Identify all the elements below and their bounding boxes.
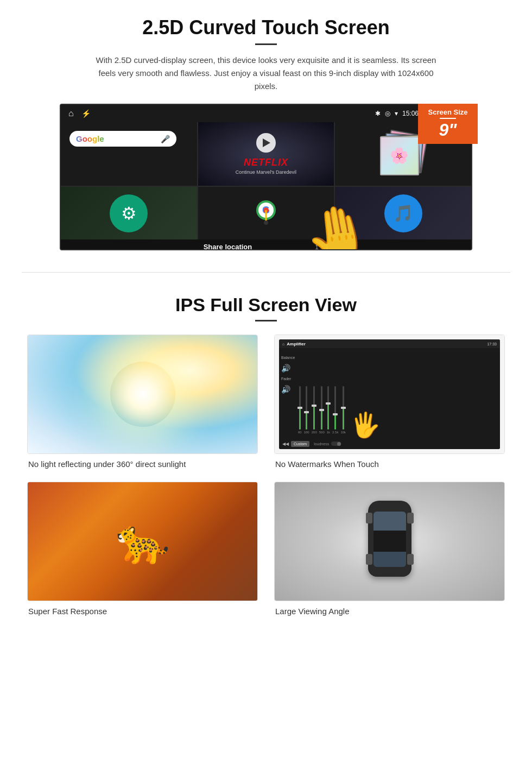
- section-divider: [22, 272, 510, 273]
- feature-image-cheetah: 🐆: [27, 482, 258, 601]
- amp-freq-1: 60: [298, 431, 302, 434]
- title-divider: [255, 43, 277, 45]
- amp-time: 17:33: [487, 342, 497, 346]
- netflix-play-button[interactable]: [256, 133, 276, 153]
- google-mic-icon[interactable]: 🎤: [161, 135, 170, 143]
- amp-screen: ⌂ Amplifier 17:33 Balance 🔊 Fader 🔊: [279, 339, 500, 449]
- amp-loudness-label: loudness: [314, 442, 329, 446]
- android-screen: ⌂ ⚡ ✱ ◎ ▾ 15:06 📷 🔊 ✕ ▭: [60, 104, 472, 250]
- feature-grid: No light reflecting under 360° direct su…: [27, 335, 505, 616]
- section-ips: IPS Full Screen View No light reflecting…: [0, 283, 532, 632]
- amp-label-speaker2: 🔊: [281, 385, 296, 394]
- app-cell-sound[interactable]: 🎵 Sound Search 1 × 1: [335, 187, 471, 239]
- badge-title: Screen Size: [421, 108, 474, 116]
- app-cell-share[interactable]: G 🤚 Share location 1 × 1: [198, 187, 334, 239]
- amp-slider-1: 60: [298, 386, 302, 434]
- app-cell-settings[interactable]: ⚙ Settings shortcut 1 × 1: [61, 187, 197, 239]
- app-grid: Google 🎤 Google 3 × 1: [61, 122, 471, 239]
- bluetooth-icon: ✱: [375, 110, 381, 117]
- cheetah-visual: 🐆: [28, 482, 257, 601]
- svg-point-5: [264, 220, 268, 225]
- amp-back-icon: ◀◀: [282, 441, 289, 446]
- amp-labels: Balance 🔊 Fader 🔊: [281, 350, 296, 436]
- amp-slider-3: 200: [312, 386, 317, 434]
- section-touch-title: 2.5D Curved Touch Screen: [33, 16, 499, 39]
- screen-size-badge: Screen Size 9": [418, 104, 478, 144]
- amp-slider-5: 1k: [327, 386, 330, 434]
- badge-divider: [440, 118, 456, 119]
- sound-icon: 🎵: [384, 194, 422, 232]
- amp-freq-7: 10k: [340, 431, 346, 434]
- photo-card-main: 🌸: [380, 136, 419, 175]
- feature-car: Large Viewing Angle: [274, 482, 505, 616]
- amplifier-label: No Watermarks When Touch: [274, 459, 505, 469]
- google-logo: Google: [76, 134, 104, 143]
- time-display: 15:06: [402, 110, 419, 117]
- amp-hand: 🖐: [350, 411, 381, 439]
- settings-cell-content: ⚙: [61, 187, 197, 239]
- amp-label-speaker: 🔊: [281, 364, 296, 373]
- car-label: Large Viewing Angle: [274, 607, 505, 616]
- section-ips-title: IPS Full Screen View: [27, 294, 505, 316]
- amp-loudness-toggle[interactable]: [331, 441, 341, 446]
- amp-custom-btn[interactable]: Custom: [291, 441, 309, 447]
- share-app-size: 1 × 1: [315, 244, 329, 250]
- amp-freq-5: 1k: [327, 431, 330, 434]
- netflix-figure: [198, 122, 334, 186]
- feature-amplifier: ⌂ Amplifier 17:33 Balance 🔊 Fader 🔊: [274, 335, 505, 469]
- netflix-logo: NETFLIX: [244, 157, 288, 168]
- cheetah-label: Super Fast Response: [27, 607, 258, 616]
- netflix-cell-content: NETFLIX Continue Marvel's Daredevil: [198, 122, 334, 186]
- cheetah-emoji: 🐆: [116, 516, 170, 567]
- wifi-icon: ▾: [395, 110, 398, 117]
- car-wheel-front-right: [407, 513, 414, 523]
- amp-freq-6: 2.5k: [332, 431, 338, 434]
- amp-statusbar: ⌂ Amplifier 17:33: [279, 339, 500, 348]
- amp-label-balance: Balance: [281, 356, 296, 359]
- amp-slider-2: 100: [304, 386, 309, 434]
- status-bar-left: ⌂ ⚡: [68, 109, 91, 118]
- amp-home-icon: ⌂: [282, 342, 284, 346]
- sound-cell-content: 🎵: [335, 187, 471, 239]
- sun-glow: [110, 362, 175, 427]
- car-topview: [365, 501, 414, 582]
- car-wheel-rear-left: [366, 554, 372, 565]
- netflix-subtitle: Continue Marvel's Daredevil: [236, 169, 296, 175]
- share-cell-content: G 🤚: [198, 187, 334, 239]
- device-wrapper: Screen Size 9" ⌂ ⚡ ✱ ◎ ▾ 15:06 📷: [60, 104, 472, 250]
- device-container: Screen Size 9" ⌂ ⚡ ✱ ◎ ▾ 15:06 📷: [33, 104, 499, 250]
- amp-footer: ◀◀ Custom loudness: [279, 438, 500, 449]
- google-search-bar[interactable]: Google 🎤: [69, 131, 176, 147]
- location-icon: ◎: [385, 110, 390, 117]
- amp-freq-3: 200: [312, 431, 317, 434]
- app-cell-google[interactable]: Google 🎤 Google 3 × 1: [61, 122, 197, 186]
- amplifier-visual: ⌂ Amplifier 17:33 Balance 🔊 Fader 🔊: [275, 335, 504, 453]
- feature-image-sunlight: [27, 335, 258, 454]
- amp-freq-4: 500: [319, 431, 325, 434]
- home-icon[interactable]: ⌂: [68, 109, 74, 118]
- car-wheel-rear-right: [407, 554, 414, 565]
- amp-slider-6: 2.5k: [332, 386, 338, 434]
- feature-cheetah: 🐆 Super Fast Response: [27, 482, 258, 616]
- settings-icon: ⚙: [110, 194, 148, 232]
- badge-size: 9": [439, 120, 457, 140]
- car-wheel-front-left: [366, 513, 372, 523]
- ips-title-divider: [255, 320, 277, 321]
- amp-label-fader: Fader: [281, 377, 296, 381]
- amp-track-1: [299, 386, 301, 430]
- share-cell-footer: Share location 1 × 1: [198, 239, 334, 250]
- google-cell-content: Google 🎤: [61, 122, 197, 186]
- share-app-name: Share location: [204, 243, 252, 250]
- amp-slider-7: 10k: [340, 386, 346, 434]
- amp-title-text: Amplifier: [287, 342, 306, 346]
- sunlight-visual: [28, 335, 257, 453]
- car-rear: [373, 552, 406, 567]
- car-visual: [275, 482, 504, 601]
- maps-icon: G: [252, 199, 280, 228]
- amp-sliders: 60 100: [298, 350, 498, 436]
- feature-image-car: [274, 482, 505, 601]
- amp-slider-4: 500: [319, 386, 325, 434]
- usb-icon: ⚡: [81, 109, 91, 118]
- car-windshield: [373, 512, 406, 531]
- app-cell-netflix[interactable]: NETFLIX Continue Marvel's Daredevil Netf…: [198, 122, 334, 186]
